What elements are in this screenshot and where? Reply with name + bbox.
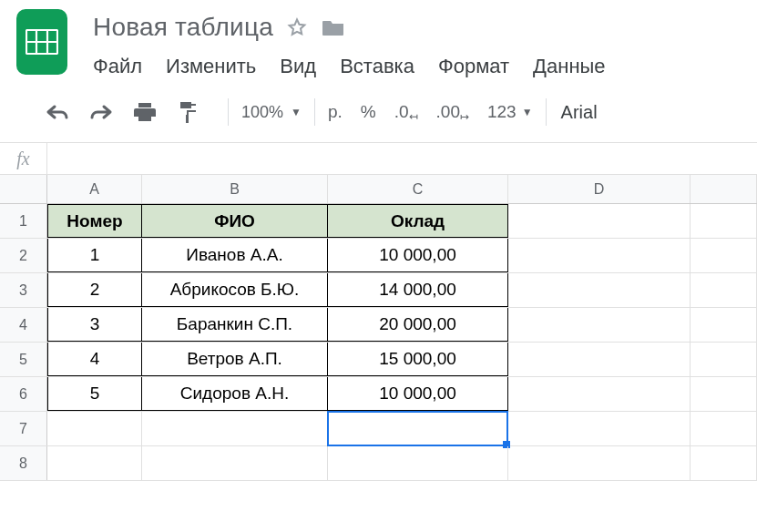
cell-E2[interactable]: [691, 239, 757, 272]
cell-B2[interactable]: Иванов А.А.: [142, 239, 328, 272]
menu-format[interactable]: Формат: [438, 55, 509, 78]
move-folder-icon[interactable]: [321, 16, 346, 38]
row-header[interactable]: 7: [0, 412, 47, 445]
redo-button[interactable]: [84, 97, 118, 128]
cell-D4[interactable]: [508, 308, 691, 342]
col-header-C[interactable]: C: [328, 175, 508, 203]
cell-A6[interactable]: 5: [47, 377, 142, 411]
cell-D1[interactable]: [508, 204, 691, 238]
cell-A8[interactable]: [47, 446, 142, 480]
cell-B4[interactable]: Баранкин С.П.: [142, 308, 328, 342]
menu-file[interactable]: Файл: [93, 55, 142, 78]
row-header[interactable]: 5: [0, 343, 47, 376]
col-header-E[interactable]: [691, 175, 757, 203]
row-header[interactable]: 6: [0, 377, 47, 411]
cell-E8[interactable]: [691, 446, 757, 480]
arrow-right-icon: ↦: [460, 110, 469, 123]
spreadsheet-grid[interactable]: A B C D 1 Номер ФИО Оклад 2 1 Иванов А.А…: [0, 175, 757, 481]
cell-D8[interactable]: [508, 446, 691, 480]
cell-A4[interactable]: 3: [47, 308, 142, 342]
cell-A7[interactable]: [47, 412, 142, 445]
fx-label: fx: [0, 143, 47, 174]
print-button[interactable]: [128, 97, 162, 128]
menubar: Файл Изменить Вид Вставка Формат Данные: [93, 55, 606, 78]
sheets-logo: [16, 9, 67, 75]
cell-E4[interactable]: [691, 308, 757, 342]
separator: [546, 98, 547, 126]
decrease-decimal-button[interactable]: .0↤: [394, 102, 418, 122]
zoom-select[interactable]: 100% ▼: [241, 103, 302, 122]
row-header[interactable]: 1: [0, 204, 47, 238]
menu-edit[interactable]: Изменить: [166, 55, 256, 78]
row-header[interactable]: 8: [0, 446, 47, 480]
cell-D7[interactable]: [508, 412, 691, 445]
sheets-icon: [26, 29, 58, 55]
cell-C8[interactable]: [328, 446, 508, 480]
cell-C5[interactable]: 15 000,00: [328, 343, 508, 376]
cell-D2[interactable]: [508, 239, 691, 272]
caret-down-icon: ▼: [291, 106, 302, 118]
number-format-select[interactable]: 123 ▼: [487, 102, 533, 122]
cell-B7[interactable]: [142, 412, 328, 445]
cell-C2[interactable]: 10 000,00: [328, 239, 508, 272]
separator: [314, 98, 315, 126]
cell-C6[interactable]: 10 000,00: [328, 377, 508, 411]
cell-A1[interactable]: Номер: [47, 204, 142, 238]
formula-input[interactable]: [47, 143, 757, 174]
format-currency-button[interactable]: р.: [328, 102, 343, 122]
font-select[interactable]: Arial: [561, 102, 598, 123]
formula-bar: fx: [0, 142, 757, 175]
increase-decimal-button[interactable]: .00↦: [436, 102, 469, 122]
menu-insert[interactable]: Вставка: [340, 55, 414, 78]
doc-title[interactable]: Новая таблица: [93, 13, 273, 42]
cell-E3[interactable]: [691, 273, 757, 307]
cell-A5[interactable]: 4: [47, 343, 142, 376]
cell-C4[interactable]: 20 000,00: [328, 308, 508, 342]
paint-format-button[interactable]: [171, 97, 206, 128]
cell-E1[interactable]: [691, 204, 757, 238]
cell-B8[interactable]: [142, 446, 328, 480]
cell-E6[interactable]: [691, 377, 757, 411]
caret-down-icon: ▼: [522, 106, 533, 118]
cell-E5[interactable]: [691, 343, 757, 376]
cell-D6[interactable]: [508, 377, 691, 411]
cell-C7[interactable]: [328, 412, 508, 445]
cell-E7[interactable]: [691, 412, 757, 445]
cell-A3[interactable]: 2: [47, 273, 142, 307]
format-percent-button[interactable]: %: [361, 102, 376, 122]
row-header[interactable]: 4: [0, 308, 47, 342]
col-header-A[interactable]: A: [47, 175, 142, 203]
cell-B5[interactable]: Ветров А.П.: [142, 343, 328, 376]
cell-A2[interactable]: 1: [47, 239, 142, 272]
toolbar: 100% ▼ р. % .0↤ .00↦ 123 ▼ Arial: [0, 78, 757, 142]
menu-data[interactable]: Данные: [533, 55, 605, 78]
row-header[interactable]: 2: [0, 239, 47, 272]
col-header-D[interactable]: D: [508, 175, 691, 203]
cell-B3[interactable]: Абрикосов Б.Ю.: [142, 273, 328, 307]
select-all-corner[interactable]: [0, 175, 47, 203]
cell-B1[interactable]: ФИО: [142, 204, 328, 238]
arrow-left-icon: ↤: [409, 110, 418, 123]
cell-D3[interactable]: [508, 273, 691, 307]
row-header[interactable]: 3: [0, 273, 47, 307]
col-header-B[interactable]: B: [142, 175, 328, 203]
cell-D5[interactable]: [508, 343, 691, 376]
zoom-value: 100%: [241, 103, 283, 122]
undo-button[interactable]: [40, 97, 75, 128]
cell-C3[interactable]: 14 000,00: [328, 273, 508, 307]
cell-C1[interactable]: Оклад: [328, 204, 508, 238]
menu-view[interactable]: Вид: [280, 55, 316, 78]
cell-B6[interactable]: Сидоров А.Н.: [142, 377, 328, 411]
separator: [228, 98, 229, 126]
selection-indicator: [327, 411, 508, 446]
star-icon[interactable]: [286, 16, 308, 38]
